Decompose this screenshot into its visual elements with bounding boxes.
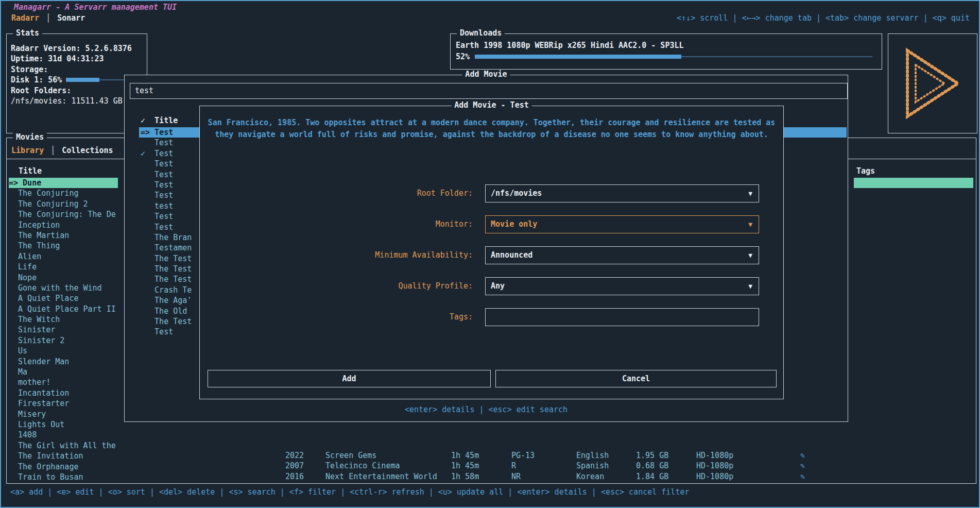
movie-quality: HD-1080p: [696, 461, 733, 471]
tab-radarr[interactable]: Radarr: [11, 13, 39, 23]
logo-panel: [888, 33, 977, 133]
movie-table-row[interactable]: 2022 Screen Gems 1h 45m PG-13 English 1.…: [7, 450, 976, 461]
field-label: Root Folder:: [200, 184, 473, 202]
movie-runtime: 1h 45m: [451, 450, 479, 461]
radarr-version: Radarr Version: 5.2.6.8376: [11, 43, 147, 54]
selected-row-tags-highlight: [854, 178, 973, 188]
movie-description: San Francisco, 1985. Two opposites attra…: [200, 117, 783, 141]
movie-row[interactable]: Us: [9, 346, 133, 356]
movie-row[interactable]: Firestarter: [9, 398, 133, 409]
movie-row[interactable]: mother!: [9, 377, 133, 387]
movie-row[interactable]: The Girl with All the: [9, 441, 133, 451]
movie-table-row[interactable]: 2007 Telecinco Cinema 1h 45m R Spanish 0…: [7, 461, 976, 471]
form-field-row: Quality Profile: Any ▼: [200, 277, 783, 295]
disk-progressbar: [66, 78, 126, 82]
movie-row[interactable]: => Dune: [9, 178, 118, 188]
movie-row[interactable]: The Conjuring 2: [9, 199, 133, 209]
movie-row[interactable]: 1408: [9, 430, 133, 440]
disk-progress-fill: [66, 78, 99, 82]
movie-row[interactable]: Misery: [9, 409, 133, 419]
movie-search-input[interactable]: test: [130, 83, 848, 99]
edit-icon: ✎: [800, 471, 805, 482]
movie-row[interactable]: The Thing: [9, 241, 133, 251]
download-progressbar: [475, 55, 872, 59]
field-value: Any: [486, 281, 505, 291]
movie-studio: Telecinco Cinema: [325, 461, 400, 471]
stats-panel-title: Stats: [13, 28, 42, 38]
movie-row[interactable]: A Quiet Place Part II: [9, 304, 133, 314]
movie-size: 0.68 GB: [636, 461, 668, 471]
downloads-panel-title: Downloads: [457, 28, 505, 38]
movies-subtabs: Library │ Collections: [11, 146, 113, 155]
field-value: [486, 312, 491, 321]
movie-quality: HD-1080p: [696, 471, 733, 482]
field-label: Quality Profile:: [200, 277, 473, 295]
edit-icon: ✎: [800, 461, 805, 471]
tab-library[interactable]: Library: [11, 146, 44, 155]
field-dropdown[interactable]: Movie only ▼: [485, 215, 759, 233]
movie-row[interactable]: The Conjuring: [9, 188, 133, 198]
movie-year: 2022: [285, 450, 304, 461]
movie-row[interactable]: A Quiet Place: [9, 293, 133, 303]
movie-language: Korean: [576, 471, 604, 482]
field-label: Monitor:: [200, 215, 473, 233]
form-field-row: Monitor: Movie only ▼: [200, 215, 783, 233]
movie-row[interactable]: Ma: [9, 367, 133, 377]
movie-row[interactable]: Gone with the Wind: [9, 283, 133, 293]
movie-runtime: 1h 45m: [451, 461, 479, 471]
title-column-header: Title: [19, 166, 42, 176]
movie-row[interactable]: The Martian: [9, 230, 133, 241]
tab-sonarr[interactable]: Sonarr: [57, 13, 85, 23]
movie-language: Spanish: [576, 461, 609, 471]
movie-row[interactable]: Life: [9, 262, 133, 272]
movie-rating: NR: [511, 471, 521, 482]
tab-separator: │: [46, 13, 50, 23]
field-value: Announced: [486, 250, 532, 260]
movie-rating: R: [511, 461, 516, 471]
modal-title: Add Movie - Test: [451, 100, 532, 110]
form-field-row: Root Folder: /nfs/movies ▼: [200, 184, 783, 202]
download-percent: 52%: [456, 52, 470, 61]
movie-row[interactable]: The Witch: [9, 314, 133, 325]
movie-studio: Next Entertainment World: [325, 471, 437, 482]
field-label: Minimum Availability:: [200, 246, 473, 264]
dropdown-arrow-icon: ▼: [748, 216, 752, 233]
movie-runtime: 1h 58m: [451, 471, 479, 482]
tags-column-header: Tags: [856, 166, 875, 176]
movie-language: English: [576, 450, 609, 461]
movie-row[interactable]: Sinister: [9, 325, 133, 335]
movie-row[interactable]: Nope: [9, 273, 133, 283]
app-title: Managarr - A Servarr management TUI: [10, 3, 180, 12]
movie-row[interactable]: Slender Man: [9, 357, 133, 367]
movie-rating: PG-13: [511, 450, 535, 461]
movie-quality: HD-1080p: [696, 450, 733, 461]
movie-studio: Screen Gems: [325, 450, 376, 461]
field-dropdown[interactable]: Any ▼: [485, 277, 759, 295]
tab-collections[interactable]: Collections: [62, 146, 113, 155]
movie-description-line: San Francisco, 1985. Two opposites attra…: [200, 117, 783, 129]
results-column-header: ✓ Title: [139, 116, 178, 125]
movie-size: 1.95 GB: [636, 450, 668, 461]
movie-row[interactable]: The Conjuring: The De: [9, 209, 133, 219]
add-button[interactable]: Add: [208, 370, 491, 387]
field-label: Tags:: [200, 308, 473, 326]
dropdown-arrow-icon: ▼: [748, 278, 752, 295]
movie-row[interactable]: Inception: [9, 220, 133, 230]
movie-row[interactable]: Alien: [9, 251, 133, 262]
download-progress-fill: [475, 55, 681, 59]
cancel-button[interactable]: Cancel: [495, 370, 777, 387]
movie-size: 1.84 GB: [636, 471, 668, 482]
movie-table-row[interactable]: 2016 Next Entertainment World 1h 58m NR …: [7, 471, 976, 482]
modal-form: Root Folder: /nfs/movies ▼ Monitor: Movi…: [200, 184, 783, 339]
movie-row[interactable]: Lights Out: [9, 419, 133, 430]
movie-row[interactable]: Sinister 2: [9, 335, 133, 346]
field-dropdown[interactable]: /nfs/movies ▼: [485, 184, 759, 202]
movie-row[interactable]: Incantation: [9, 388, 133, 398]
servarr-tabbar: Radarr │ Sonarr: [11, 13, 85, 23]
movie-description-line: they navigate a world full of risks and …: [200, 129, 783, 141]
download-item-title: Earth 1998 1080p WEBRip x265 Hindi AAC2.…: [451, 34, 882, 50]
movie-year: 2016: [285, 471, 304, 482]
popup-keybinding-hints: <enter> details | <esc> edit search: [125, 405, 848, 414]
field-dropdown[interactable]: [485, 308, 759, 326]
field-dropdown[interactable]: Announced ▼: [485, 246, 759, 264]
